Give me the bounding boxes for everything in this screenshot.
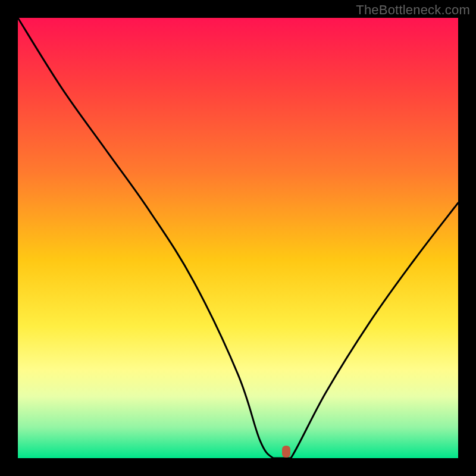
- watermark-label: TheBottleneck.com: [356, 2, 470, 18]
- chart-frame: TheBottleneck.com: [0, 0, 476, 476]
- bottleneck-curve-path: [18, 18, 458, 458]
- curve-svg: [18, 18, 458, 458]
- plot-area: [18, 18, 458, 458]
- minimum-marker: [282, 446, 290, 458]
